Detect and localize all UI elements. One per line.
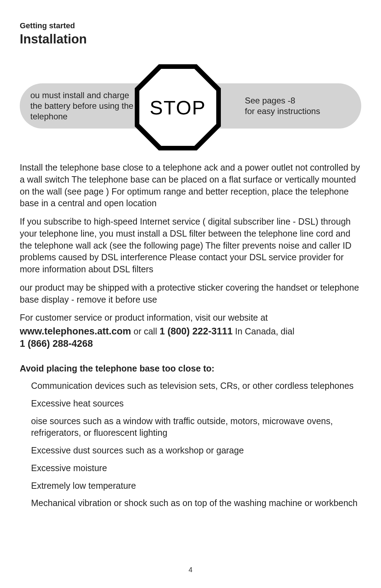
- stop-sign-label: STOP: [135, 64, 221, 150]
- stop-right-line1: See pages -8: [245, 96, 295, 105]
- list-item: oise sources such as a window with traff…: [31, 415, 361, 439]
- customer-service-intro: For customer service or product informat…: [20, 312, 361, 324]
- page-number: 4: [0, 566, 381, 574]
- list-item: Excessive moisture: [31, 462, 361, 474]
- list-item: Extremely low temperature: [31, 480, 361, 492]
- avoid-heading: Avoid placing the telephone base too clo…: [20, 363, 361, 374]
- or-call-label: or call: [131, 326, 160, 336]
- stop-banner-left-text: ou must install and charge the battery b…: [30, 90, 136, 122]
- stop-banner-right-text: See pages -8 for easy instructions: [245, 95, 351, 117]
- list-item: Mechanical vibration or shock such as on…: [31, 497, 361, 509]
- body-paragraph-2: If you subscribe to high-speed Internet …: [20, 216, 361, 275]
- section-label: Getting started: [20, 21, 361, 30]
- list-item: Excessive heat sources: [31, 398, 361, 410]
- list-item: Excessive dust sources such as a worksho…: [31, 445, 361, 457]
- page-title: Installation: [20, 32, 361, 47]
- phone-canada: 1 (866) 288-4268: [20, 338, 93, 349]
- stop-banner: ou must install and charge the battery b…: [20, 64, 361, 150]
- body-paragraph-1: Install the telephone base close to a te…: [20, 162, 361, 209]
- list-item: Communication devices such as television…: [31, 380, 361, 392]
- body-paragraph-3: our product may be shipped with a protec…: [20, 282, 361, 306]
- stop-sign-icon: STOP: [135, 64, 221, 150]
- phone-us: 1 (800) 222-3111: [159, 326, 232, 337]
- contact-block: www.telephones.att.com or call 1 (800) 2…: [20, 325, 361, 350]
- avoid-list: Communication devices such as television…: [20, 380, 361, 509]
- website-url: www.telephones.att.com: [20, 326, 131, 337]
- canada-label: In Canada, dial: [232, 326, 294, 336]
- stop-right-line2: for easy instructions: [245, 106, 320, 116]
